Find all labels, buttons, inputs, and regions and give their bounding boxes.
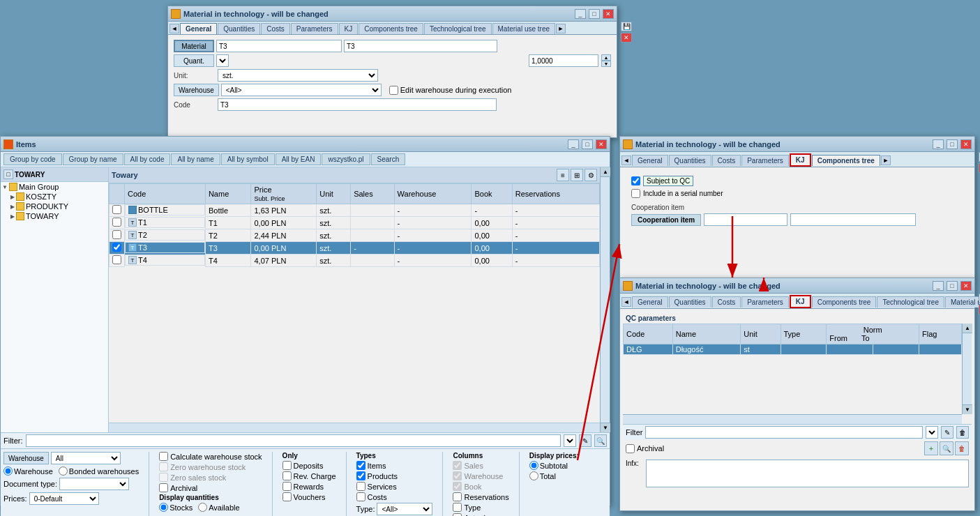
- row-check[interactable]: [112, 255, 121, 264]
- filter-input[interactable]: [26, 434, 561, 447]
- filter-select[interactable]: [564, 434, 576, 447]
- col-sales[interactable]: Sales: [351, 184, 394, 204]
- table-view-grid-button[interactable]: ⊞: [571, 169, 583, 181]
- rewards-check[interactable]: [282, 482, 292, 491]
- maximize-button[interactable]: □: [589, 9, 600, 19]
- tab-general[interactable]: General: [632, 296, 668, 308]
- items-type-check[interactable]: [356, 461, 365, 470]
- products-type-check[interactable]: [356, 471, 365, 480]
- row-check[interactable]: [112, 205, 121, 214]
- tab-components-tree[interactable]: Components tree: [812, 155, 880, 166]
- minimize-button[interactable]: _: [933, 139, 944, 149]
- tab-general[interactable]: General: [632, 155, 668, 166]
- vouchers-check[interactable]: [282, 492, 292, 501]
- subtotal-radio[interactable]: [529, 461, 538, 470]
- tab-technological-tree[interactable]: Technological tree: [877, 296, 944, 308]
- tab-kj[interactable]: KJ: [790, 153, 811, 167]
- tab-all-by-name[interactable]: All by name: [171, 153, 220, 165]
- col-unit[interactable]: Unit: [741, 324, 781, 344]
- scroll-down[interactable]: ▼: [601, 423, 610, 432]
- tab-all-by-code[interactable]: All by code: [124, 153, 171, 165]
- col-warehouse[interactable]: Warehouse: [394, 184, 472, 204]
- save-button[interactable]: 💾: [621, 22, 632, 31]
- qc-table-row-selected[interactable]: DŁG Długość st: [624, 344, 962, 355]
- warehouse-radio[interactable]: [3, 466, 13, 476]
- rev-charge-check[interactable]: [282, 471, 292, 480]
- qc-filter-clear-button[interactable]: 🗑: [956, 426, 969, 439]
- qc-remove-button[interactable]: 🗑: [955, 441, 969, 455]
- col-type[interactable]: Type: [781, 324, 827, 344]
- qc-add-button[interactable]: +: [924, 441, 938, 455]
- type-select[interactable]: <All>: [377, 503, 432, 515]
- scroll-up[interactable]: ▲: [963, 324, 972, 333]
- tab-scroll-right[interactable]: ►: [881, 155, 891, 165]
- warehouse-val-select[interactable]: All: [51, 452, 121, 464]
- col-name[interactable]: Name: [205, 184, 251, 204]
- material-desc-input[interactable]: [344, 40, 497, 52]
- close-button[interactable]: ✕: [596, 139, 607, 149]
- deposits-check[interactable]: [282, 461, 292, 470]
- bonded-radio[interactable]: [59, 466, 68, 476]
- qc-filter-select[interactable]: [926, 426, 938, 439]
- tab-components-tree[interactable]: Components tree: [812, 296, 877, 308]
- quant-value-input[interactable]: [529, 54, 598, 67]
- table-view-list-button[interactable]: ≡: [557, 169, 569, 181]
- col-code[interactable]: Code: [125, 184, 206, 204]
- tab-all-by-symbol[interactable]: All by symbol: [221, 153, 275, 165]
- available-radio[interactable]: [198, 503, 207, 512]
- tab-all-by-ean[interactable]: All by EAN: [276, 153, 322, 165]
- unit-select[interactable]: szt.: [218, 69, 378, 82]
- close-button[interactable]: ✕: [960, 139, 972, 149]
- tab-scroll-left[interactable]: ◄: [621, 155, 631, 165]
- col-flag[interactable]: Flag: [919, 324, 962, 344]
- tab-components-tree[interactable]: Components tree: [359, 23, 423, 34]
- tree-expand-icon[interactable]: □: [3, 169, 13, 179]
- table-row[interactable]: TT1 T1 0,00 PLN szt. - 0,00 -: [110, 217, 600, 229]
- table-row[interactable]: BOTTLE Bottle 1,63 PLN szt. - - -: [110, 204, 600, 217]
- cooperation-button[interactable]: Cooperation item: [631, 214, 701, 226]
- tab-scroll-left[interactable]: ◄: [621, 297, 631, 307]
- qc-v-scrollbar[interactable]: ▲ ▼: [962, 324, 972, 414]
- material-input[interactable]: [216, 40, 342, 52]
- tab-material-use-tree[interactable]: Material use tree: [945, 296, 980, 308]
- spin-up[interactable]: ▲: [601, 54, 611, 61]
- qc-archival-check[interactable]: [626, 444, 635, 453]
- tab-scroll-left[interactable]: ◄: [169, 24, 179, 33]
- tab-scroll-right[interactable]: ►: [556, 24, 566, 33]
- tree-item-koszty[interactable]: ▶ KOSZTY: [1, 192, 108, 202]
- col-code[interactable]: Code: [624, 324, 673, 344]
- warehouse-button[interactable]: Warehouse: [174, 84, 219, 96]
- costs-type-check[interactable]: [356, 492, 365, 501]
- tab-quantities[interactable]: Quantities: [218, 23, 260, 34]
- filter-edit-button[interactable]: ✎: [579, 434, 591, 447]
- tab-parameters[interactable]: Parameters: [741, 296, 789, 308]
- tab-group-by-code[interactable]: Group by code: [3, 153, 62, 165]
- subject-qc-check[interactable]: [631, 176, 640, 185]
- material-button[interactable]: Material: [174, 40, 214, 52]
- total-radio[interactable]: [529, 471, 538, 480]
- tab-material-use-tree[interactable]: Material use tree: [492, 23, 555, 34]
- col-actual-check[interactable]: [453, 513, 462, 516]
- col-unit[interactable]: Unit: [317, 184, 351, 204]
- filter-search-button[interactable]: 🔍: [594, 434, 607, 447]
- archival-check[interactable]: [159, 483, 168, 492]
- table-row-selected[interactable]: TT3 T3 0,00 PLN szt. - - 0,00 -: [110, 242, 600, 255]
- minimize-button[interactable]: _: [575, 9, 586, 19]
- tab-parameters[interactable]: Parameters: [741, 155, 789, 166]
- row-check[interactable]: [112, 218, 121, 227]
- qc-filter-edit-button[interactable]: ✎: [941, 426, 953, 439]
- tab-costs[interactable]: Costs: [712, 155, 741, 166]
- tab-technological-tree[interactable]: Technological tree: [424, 23, 492, 34]
- tree-item-main-group[interactable]: ▼ Main Group: [1, 182, 108, 192]
- v-scrollbar[interactable]: ▲ ▼: [600, 167, 610, 432]
- col-book[interactable]: Book: [472, 184, 512, 204]
- table-row[interactable]: TT2 T2 2,44 PLN szt. - 0,00 -: [110, 229, 600, 242]
- minimize-button[interactable]: _: [933, 281, 944, 291]
- row-check[interactable]: [112, 243, 121, 252]
- warehouse-btn[interactable]: Warehouse: [3, 452, 49, 464]
- stocks-radio[interactable]: [159, 503, 168, 512]
- prices-select[interactable]: 0-Default: [29, 492, 99, 505]
- services-type-check[interactable]: [356, 482, 365, 491]
- infx-textarea[interactable]: [646, 460, 969, 487]
- tab-kj[interactable]: KJ: [339, 23, 359, 34]
